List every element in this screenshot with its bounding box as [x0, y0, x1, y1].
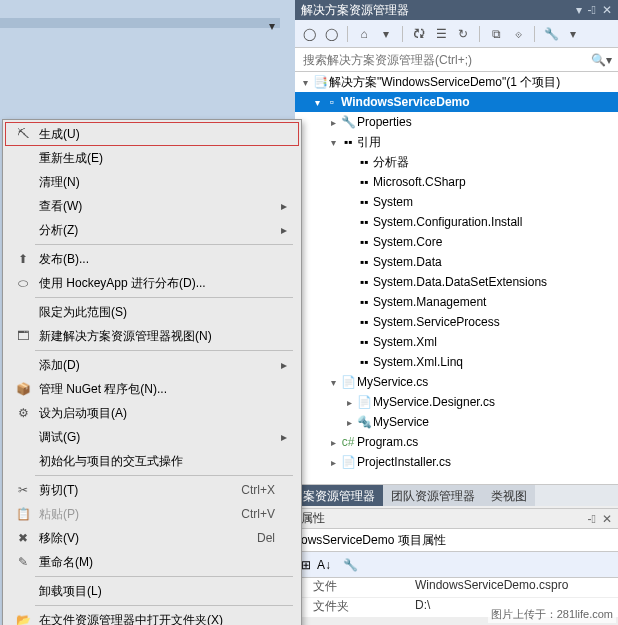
- reference-node[interactable]: ▪▪System.Data.DataSetExtensions: [295, 272, 618, 292]
- menu-item-label: 添加(D): [35, 357, 281, 374]
- panel-pin-icon[interactable]: ‑⃓: [588, 3, 596, 17]
- tab-solution-explorer[interactable]: 案资源管理器: [295, 485, 383, 506]
- menu-separator: [35, 475, 293, 476]
- alpha-sort-icon[interactable]: A↓: [317, 558, 331, 572]
- property-row[interactable]: 文件WindowsServiceDemo.cspro: [295, 578, 618, 598]
- tree-label: System.Xml: [373, 335, 437, 349]
- tree-label: MyService.cs: [357, 375, 428, 389]
- menu-item[interactable]: ⛏生成(U): [5, 122, 299, 146]
- hockeyapp-icon: ⬭: [11, 276, 35, 290]
- file-node-program[interactable]: ▸c#Program.cs: [295, 432, 618, 452]
- tree-label: MyService.Designer.cs: [373, 395, 495, 409]
- sync-icon[interactable]: 🗘: [411, 26, 427, 42]
- property-key: 文件: [295, 578, 415, 597]
- menu-separator: [35, 244, 293, 245]
- panel-close-icon[interactable]: ✕: [602, 3, 612, 17]
- wrench-props-icon[interactable]: 🔧: [343, 558, 358, 572]
- menu-item[interactable]: 清理(N): [5, 170, 299, 194]
- solution-explorer-toolbar: ◯ ◯ ⌂ ▾ 🗘 ☰ ↻ ⧉ ⟐ 🔧 ▾: [295, 20, 618, 48]
- menu-item-label: 移除(V): [35, 530, 257, 547]
- menu-item[interactable]: ⬆发布(B)...: [5, 247, 299, 271]
- menu-item-label: 重命名(M): [35, 554, 281, 571]
- menu-item[interactable]: 添加(D)▸: [5, 353, 299, 377]
- solution-explorer-title: 解决方案资源管理器: [301, 2, 576, 19]
- panel-close-icon[interactable]: ✕: [602, 512, 612, 526]
- menu-item[interactable]: 初始化与项目的交互式操作: [5, 449, 299, 473]
- menu-item[interactable]: ⚙设为启动项目(A): [5, 401, 299, 425]
- forward-icon[interactable]: ◯: [323, 26, 339, 42]
- references-node[interactable]: ▾▪▪引用: [295, 132, 618, 152]
- cs-file-icon: c#: [339, 435, 357, 449]
- menu-item[interactable]: 📂在文件资源管理器中打开文件夹(X): [5, 608, 299, 625]
- menu-item[interactable]: 卸载项目(L): [5, 579, 299, 603]
- collapse-all-icon[interactable]: ⧉: [488, 26, 504, 42]
- project-node[interactable]: ▾▫WindowsServiceDemo: [295, 92, 618, 112]
- tab-team-explorer[interactable]: 团队资源管理器: [383, 485, 483, 506]
- reference-node[interactable]: ▪▪System.Xml: [295, 332, 618, 352]
- refresh-icon[interactable]: ↻: [455, 26, 471, 42]
- tab-dropdown-icon[interactable]: ▾: [269, 19, 275, 33]
- reference-node[interactable]: ▪▪System.Data: [295, 252, 618, 272]
- cut-icon: ✂: [11, 483, 35, 497]
- properties-icon[interactable]: 🔧: [543, 26, 559, 42]
- menu-item[interactable]: ✎重命名(M): [5, 550, 299, 574]
- cs-file-icon: 📄: [355, 395, 373, 409]
- show-all-icon[interactable]: ⟐: [510, 26, 526, 42]
- menu-item[interactable]: ✖移除(V)Del: [5, 526, 299, 550]
- tab-class-view[interactable]: 类视图: [483, 485, 535, 506]
- menu-item[interactable]: 限定为此范围(S): [5, 300, 299, 324]
- cs-file-icon: 📄: [339, 455, 357, 469]
- menu-separator: [35, 576, 293, 577]
- solution-node[interactable]: ▾📑解决方案"WindowsServiceDemo"(1 个项目): [295, 72, 618, 92]
- tree-label: System.Configuration.Install: [373, 215, 522, 229]
- menu-item[interactable]: ⬭使用 HockeyApp 进行分布(D)...: [5, 271, 299, 295]
- separator: [402, 26, 403, 42]
- reference-node[interactable]: ▪▪System.ServiceProcess: [295, 312, 618, 332]
- menu-item-label: 新建解决方案资源管理器视图(N): [35, 328, 281, 345]
- back-icon[interactable]: ◯: [301, 26, 317, 42]
- file-node-myservice[interactable]: ▾📄MyService.cs: [295, 372, 618, 392]
- menu-item[interactable]: 📦管理 NuGet 程序包(N)...: [5, 377, 299, 401]
- file-node-myservice-designer[interactable]: ▸📄MyService.Designer.cs: [295, 392, 618, 412]
- reference-node[interactable]: ▪▪Microsoft.CSharp: [295, 172, 618, 192]
- panel-options-icon[interactable]: ▾: [576, 3, 582, 17]
- home-icon[interactable]: ⌂: [356, 26, 372, 42]
- tree-label: System.Xml.Linq: [373, 355, 463, 369]
- file-node-myservice-class[interactable]: ▸🔩MyService: [295, 412, 618, 432]
- reference-node[interactable]: ▪▪System.Core: [295, 232, 618, 252]
- menu-item[interactable]: ✂剪切(T)Ctrl+X: [5, 478, 299, 502]
- reference-icon: ▪▪: [355, 215, 373, 229]
- reference-node[interactable]: ▪▪System.Configuration.Install: [295, 212, 618, 232]
- startup-icon: ⚙: [11, 406, 35, 420]
- menu-item[interactable]: 分析(Z)▸: [5, 218, 299, 242]
- publish-icon: ⬆: [11, 252, 35, 266]
- search-dropdown-icon[interactable]: 🔍▾: [591, 53, 612, 67]
- panel-pin-icon[interactable]: ‑⃓: [588, 512, 596, 526]
- sync-home-icon[interactable]: ▾: [378, 26, 394, 42]
- reference-node[interactable]: ▪▪System.Management: [295, 292, 618, 312]
- menu-item[interactable]: 查看(W)▸: [5, 194, 299, 218]
- menu-item[interactable]: 调试(G)▸: [5, 425, 299, 449]
- menu-item[interactable]: 重新生成(E): [5, 146, 299, 170]
- reference-node[interactable]: ▪▪System.Xml.Linq: [295, 352, 618, 372]
- reference-icon: ▪▪: [355, 295, 373, 309]
- tree-label: 引用: [357, 134, 381, 151]
- tree-label: System.Management: [373, 295, 486, 309]
- file-node-projectinstaller[interactable]: ▸📄ProjectInstaller.cs: [295, 452, 618, 472]
- dropdown-icon[interactable]: ▾: [565, 26, 581, 42]
- separator: [479, 26, 480, 42]
- reference-node[interactable]: ▪▪分析器: [295, 152, 618, 172]
- menu-shortcut: Ctrl+V: [241, 507, 281, 521]
- tree-label: System.ServiceProcess: [373, 315, 500, 329]
- reference-node[interactable]: ▪▪System: [295, 192, 618, 212]
- menu-item-label: 剪切(T): [35, 482, 241, 499]
- menu-item[interactable]: 🗔新建解决方案资源管理器视图(N): [5, 324, 299, 348]
- properties-node[interactable]: ▸🔧Properties: [295, 112, 618, 132]
- submenu-arrow-icon: ▸: [281, 223, 293, 237]
- search-input[interactable]: [301, 51, 591, 69]
- class-icon: 🔩: [355, 415, 373, 429]
- solution-label: 解决方案"WindowsServiceDemo"(1 个项目): [329, 74, 560, 91]
- categorize-icon[interactable]: ⊞: [301, 558, 311, 572]
- nuget-icon: 📦: [11, 382, 35, 396]
- pending-icon[interactable]: ☰: [433, 26, 449, 42]
